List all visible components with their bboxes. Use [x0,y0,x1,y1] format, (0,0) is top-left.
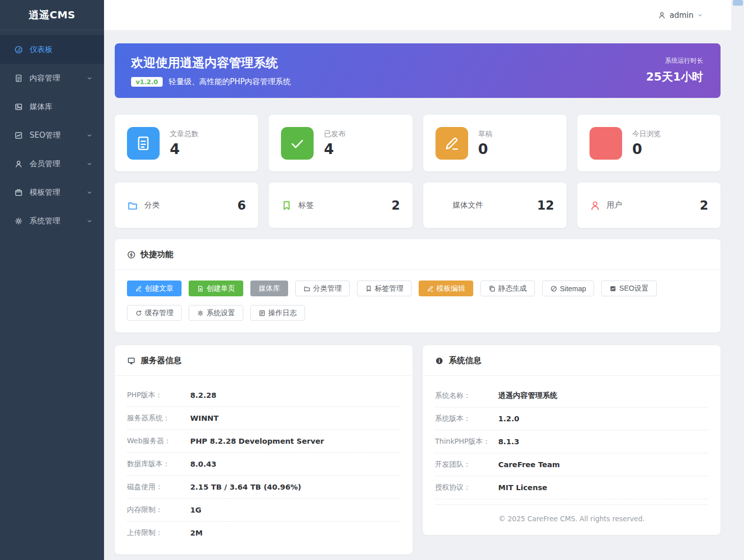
info-row: 开发团队： CareFree Team [435,453,708,476]
stat-value: 12 [537,198,554,213]
sidebar-item-dashboard[interactable]: 仪表板 [0,35,104,64]
operation-log-button[interactable]: 操作日志 [250,305,305,321]
info-label: Web服务器： [127,437,190,446]
sidebar-item-content[interactable]: 内容管理 [0,64,104,92]
chevron-down-icon [86,75,93,82]
button-label: 媒体库 [259,284,280,293]
static-generate-button[interactable]: 静态生成 [480,281,535,296]
sidebar-item-label: 仪表板 [30,45,93,55]
button-label: 创建文章 [145,284,173,293]
button-label: 分类管理 [313,284,342,293]
slash-circle-icon [550,285,557,292]
info-label: 数据库版本： [127,460,190,469]
secondary-stats-row: 分类 6 标签 2 媒体文件 12 用户 2 [115,183,721,228]
bookmark-icon [365,285,372,292]
stat-label: 用户 [607,200,694,210]
button-label: Sitemap [560,285,586,293]
system-settings-button[interactable]: 系统设置 [189,305,243,321]
media-library-button[interactable]: 媒体库 [250,281,288,296]
check-icon [281,127,314,160]
stat-card-articles: 文章总数 4 [115,115,258,171]
category-manage-button[interactable]: 分类管理 [295,281,350,296]
sidebar-item-templates[interactable]: 模板管理 [0,178,104,207]
app-window: 逍遥CMS 仪表板 内容管理 媒体库 SEO管理 会员管理 [0,0,744,560]
info-value: 1G [190,506,201,514]
topbar: admin [104,0,731,30]
info-row: 上传限制： 2M [127,522,400,544]
info-label: 系统名称： [435,391,498,400]
info-row: 内存限制： 1G [127,499,400,522]
user-menu[interactable]: admin [658,11,703,20]
user-icon [589,200,601,211]
info-value: 2M [190,529,203,537]
info-row: 授权协议： MIT License [435,476,708,499]
scrollbar-track[interactable] [731,0,744,560]
stat-label: 媒体文件 [453,200,531,210]
stat-label: 标签 [298,200,386,210]
info-panels: 服务器信息 PHP版本： 8.2.28 服务器系统： WINNT Web服务器： [115,345,721,554]
banner-title: 欢迎使用逍遥内容管理系统 [131,55,291,71]
stat-value: 0 [632,142,661,157]
sidebar-item-seo[interactable]: SEO管理 [0,121,104,149]
info-label: 授权协议： [435,483,498,492]
sitemap-button[interactable]: Sitemap [542,281,594,296]
tag-manage-button[interactable]: 标签管理 [357,281,412,296]
button-label: 标签管理 [375,284,403,293]
image-icon [14,103,23,111]
cache-manage-button[interactable]: 缓存管理 [127,305,182,321]
lightning-icon [127,250,136,259]
pencil-icon [435,127,468,160]
uptime-label: 系统运行时长 [646,57,703,65]
create-article-button[interactable]: 创建文章 [127,281,182,296]
info-label: 服务器系统： [127,414,190,423]
chevron-down-icon [697,12,703,18]
stat-label: 已发布 [324,130,345,139]
file-plus-icon [197,285,204,292]
info-label: 磁盘使用： [127,482,190,492]
gear-icon [14,217,23,225]
sidebar-item-label: 媒体库 [30,102,93,112]
panel-title: 服务器信息 [141,355,182,366]
stat-value: 0 [478,142,493,157]
info-value: CareFree Team [498,461,560,469]
template-edit-button[interactable]: 模板编辑 [419,281,473,296]
scrollbar-thumb[interactable] [733,0,743,6]
seo-settings-button[interactable]: SEO设置 [601,281,657,296]
system-info-panel: 系统信息 系统名称： 逍遥内容管理系统 系统版本： 1.2.0 ThinkPHP… [423,345,721,535]
info-icon [435,357,444,365]
stat-value: 4 [324,142,345,157]
dashboard-content: 欢迎使用逍遥内容管理系统 v1.2.0 轻量级、高性能的PHP内容管理系统 系统… [104,30,731,560]
info-value: 1.2.0 [498,415,519,423]
stat-label: 草稿 [478,130,493,139]
sidebar-item-label: 系统管理 [30,216,86,226]
stat-card-categories: 分类 6 [115,183,258,228]
box-icon [14,188,23,197]
info-value: 2.15 TB / 3.64 TB (40.96%) [190,483,301,491]
info-label: ThinkPHP版本： [435,437,498,446]
sidebar-item-system[interactable]: 系统管理 [0,207,104,235]
stat-card-drafts: 草稿 0 [423,115,567,171]
button-label: 缓存管理 [145,309,173,318]
sidebar-nav: 仪表板 内容管理 媒体库 SEO管理 会员管理 [0,30,104,235]
stat-card-tags: 标签 2 [269,183,412,228]
folder-icon [303,285,311,292]
stat-label: 今日浏览 [632,130,661,139]
sidebar-item-media[interactable]: 媒体库 [0,92,104,121]
stat-card-published: 已发布 4 [269,115,412,171]
chart-box-icon [609,285,617,292]
monitor-icon [127,357,136,365]
info-row: 系统版本： 1.2.0 [435,408,708,430]
info-label: 上传限制： [127,528,190,538]
panel-title: 系统信息 [449,355,481,366]
stat-value: 4 [170,142,198,157]
pencil-icon [427,285,434,292]
info-value: PHP 8.2.28 Development Server [190,437,324,445]
chevron-down-icon [86,161,93,167]
main-area: admin 欢迎使用逍遥内容管理系统 v1.2.0 轻量级、高性能的PHP内容管… [104,0,731,560]
sidebar-item-members[interactable]: 会员管理 [0,149,104,178]
edit-icon [135,285,142,292]
info-row: ThinkPHP版本： 8.1.3 [435,430,708,453]
person-icon [658,11,666,19]
create-page-button[interactable]: 创建单页 [189,281,243,296]
info-value: MIT License [498,483,547,492]
